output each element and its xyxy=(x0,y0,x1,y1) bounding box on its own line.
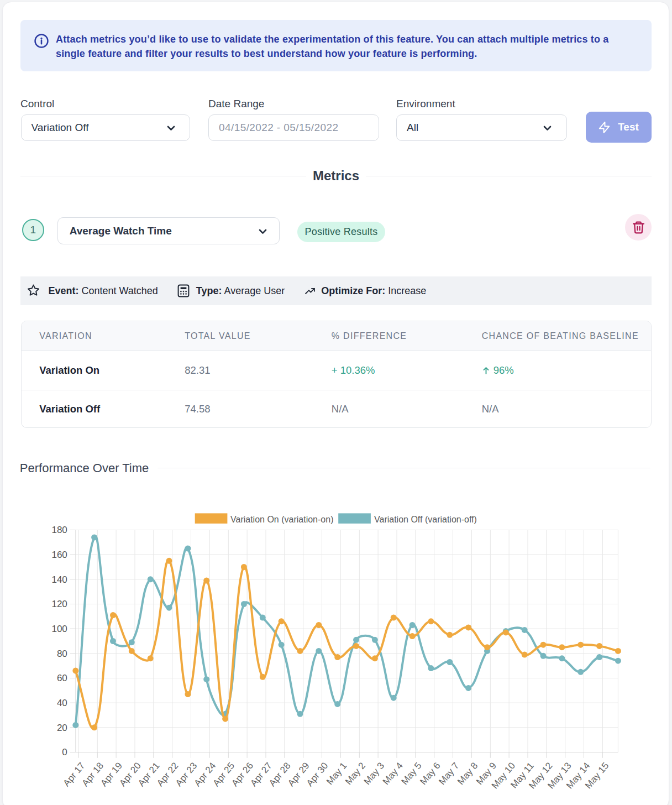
svg-text:May 3: May 3 xyxy=(362,760,386,787)
svg-text:May 2: May 2 xyxy=(343,760,368,787)
svg-text:40: 40 xyxy=(57,698,67,708)
svg-text:May 7: May 7 xyxy=(437,760,461,787)
svg-text:180: 180 xyxy=(51,525,67,535)
svg-text:May 8: May 8 xyxy=(455,760,480,787)
svg-text:160: 160 xyxy=(51,550,67,560)
svg-text:Variation On (variation-on): Variation On (variation-on) xyxy=(230,515,333,524)
svg-text:May 1: May 1 xyxy=(324,760,349,787)
svg-text:20: 20 xyxy=(57,723,67,733)
svg-text:May 4: May 4 xyxy=(381,760,405,787)
svg-text:120: 120 xyxy=(51,599,67,609)
svg-text:Variation Off (variation-off): Variation Off (variation-off) xyxy=(374,515,477,524)
svg-text:May 6: May 6 xyxy=(418,760,442,787)
svg-text:80: 80 xyxy=(57,649,67,659)
svg-text:0: 0 xyxy=(62,747,67,757)
svg-text:May 5: May 5 xyxy=(399,760,423,787)
svg-text:60: 60 xyxy=(57,673,67,683)
svg-text:100: 100 xyxy=(51,624,67,634)
svg-text:140: 140 xyxy=(51,574,67,585)
